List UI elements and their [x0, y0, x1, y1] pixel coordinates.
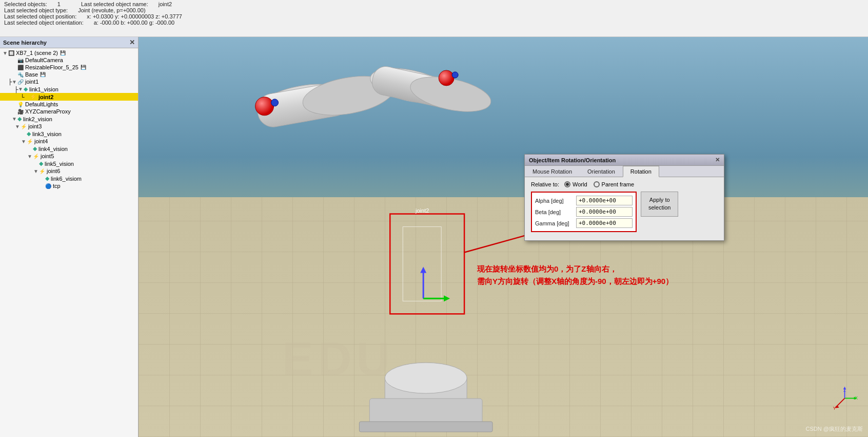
svg-point-7 — [271, 99, 279, 106]
scene-icon: 🔲 — [8, 50, 14, 56]
tree-item-joint3[interactable]: ▼ ⚡ joint3 — [0, 123, 138, 130]
joint-icon: 🔗 — [17, 79, 24, 85]
tree-item-link1[interactable]: ├ ▼ ◆ link1_vision — [0, 85, 138, 93]
apply-line2: selection — [648, 204, 670, 211]
svg-point-5 — [407, 71, 494, 118]
joint2-icon: ⚡ — [30, 93, 37, 100]
info-row-2: Last selected object type: Joint (revolu… — [4, 7, 864, 13]
svg-text:Z: Z — [843, 388, 846, 393]
svg-text:Y: Y — [833, 406, 836, 411]
tree-item-link2[interactable]: ▼ ◆ link2_vision — [0, 115, 138, 123]
relative-to-label: Relative to: — [531, 181, 559, 187]
lights-icon: 💡 — [17, 102, 24, 107]
beta-input[interactable] — [576, 207, 633, 217]
annotation-line1: 现在旋转坐标数值均为0，为了Z轴向右， — [477, 263, 673, 275]
tree-label: link5_vision — [45, 161, 74, 167]
dialog-close-button[interactable]: ✕ — [715, 157, 720, 163]
link4-icon: ◆ — [33, 145, 37, 152]
expand-icon[interactable]: ▼ — [14, 124, 21, 129]
expand-icon[interactable]: ▼ — [11, 116, 17, 122]
tab-rotation[interactable]: Rotation — [623, 166, 659, 177]
dialog-tabs: Mouse Rotation Orientation Rotation — [525, 166, 724, 177]
tree-item-link4[interactable]: ◆ link4_vision — [0, 145, 138, 153]
expand-icon[interactable]: ▼ — [27, 154, 33, 159]
gamma-input[interactable] — [576, 218, 633, 228]
tree-label: joint4 — [34, 138, 48, 144]
rotation-dialog: Object/Item Rotation/Orientation ✕ Mouse… — [524, 154, 724, 241]
tree-item-base[interactable]: 🔩 Base 💾 — [0, 71, 138, 78]
dialog-footer: Apply to selection — [641, 192, 678, 217]
expand-icon[interactable]: ▼ — [33, 168, 39, 174]
tree-label: link3_vision — [32, 131, 62, 137]
svg-point-2 — [300, 70, 397, 121]
tree-item-link5[interactable]: ◆ link5_vision — [0, 160, 138, 167]
radio-parent-dot — [594, 181, 600, 187]
tree-item-camera[interactable]: 📷 DefaultCamera — [0, 56, 138, 64]
expand-icon[interactable]: ▼ — [2, 50, 8, 56]
viewport[interactable]: joint2 — [139, 37, 868, 437]
scene-panel: Scene hierarchy ✕ ▼ 🔲 XB7_1 (scene 2) 💾 … — [0, 37, 139, 437]
last-ori-value: a: -000.00 b: +000.00 g: -000.00 — [94, 20, 175, 26]
tree-item-joint4[interactable]: ▼ ⚡ joint4 — [0, 138, 138, 145]
tree-item-proxy[interactable]: 🎥 XYZCameraProxy — [0, 108, 138, 115]
svg-rect-4 — [370, 64, 456, 109]
alpha-input[interactable] — [576, 196, 633, 205]
main-container: Selected objects: 1 Last selected object… — [0, 0, 868, 437]
tree-item-lights[interactable]: 💡 DefaultLights — [0, 101, 138, 108]
dialog-title-text: Object/Item Rotation/Orientation — [529, 157, 616, 163]
tab-orientation[interactable]: Orientation — [580, 166, 623, 177]
tree-label: joint2 — [38, 94, 53, 100]
radio-parent[interactable]: Parent frame — [594, 181, 635, 187]
edu-watermark: EDU — [282, 333, 395, 386]
last-name-label: Last selected object name: — [81, 1, 148, 7]
apply-selection-button[interactable]: Apply to selection — [641, 192, 678, 217]
tree-label: link4_vision — [38, 146, 68, 152]
radio-world[interactable]: World — [564, 181, 587, 187]
tree-label: tcp — [53, 183, 61, 189]
tree-label: joint1 — [25, 79, 38, 85]
tree-item-tcp[interactable]: 🔵 tcp — [0, 182, 138, 189]
radio-world-dot — [564, 181, 570, 187]
last-type-label: Last selected object type: — [4, 7, 68, 13]
expand-icon[interactable]: ▼ — [11, 79, 17, 85]
tree-item-link3[interactable]: ◆ link3_vision — [0, 130, 138, 138]
panel-header: Scene hierarchy ✕ — [0, 37, 138, 48]
panel-title: Scene hierarchy — [3, 40, 47, 46]
tab-mouse-rotation[interactable]: Mouse Rotation — [525, 166, 580, 177]
close-icon[interactable]: ✕ — [129, 39, 135, 46]
link6-icon: ◆ — [45, 175, 49, 182]
annotation-text: 现在旋转坐标数值均为0，为了Z轴向右， 需向Y方向旋转（调整X轴的角度为-90，… — [477, 263, 673, 288]
apply-line1: Apply to — [649, 197, 670, 203]
tree-item-joint2[interactable]: └ ⚡ joint2 — [0, 93, 138, 101]
last-pos-value: x: +0.0300 y: +0.00000003 z: +0.3777 — [87, 13, 182, 20]
last-ori-label: Last selected object orientation: — [4, 20, 84, 26]
last-type-value: Joint (revolute, p=+000.00) — [78, 7, 145, 13]
info-row-1: Selected objects: 1 Last selected object… — [4, 1, 864, 7]
tree-item-floor[interactable]: ⬛ ResizableFloor_5_25 💾 — [0, 64, 138, 71]
radio-world-label: World — [573, 181, 587, 187]
tcp-icon: 🔵 — [45, 183, 51, 189]
svg-point-9 — [452, 72, 458, 78]
tree-item-link6[interactable]: ◆ link6_visiom — [0, 175, 138, 182]
dialog-title-bar[interactable]: Object/Item Rotation/Orientation ✕ — [525, 155, 724, 166]
tree-label: link6_visiom — [51, 176, 82, 182]
tree-item-xb7[interactable]: ▼ 🔲 XB7_1 (scene 2) 💾 — [0, 49, 138, 56]
link2-icon: ◆ — [17, 116, 22, 122]
tree-label: XB7_1 (scene 2) — [16, 50, 58, 56]
svg-point-3 — [367, 62, 454, 109]
info-row-4: Last selected object orientation: a: -00… — [4, 20, 864, 26]
content-area: Scene hierarchy ✕ ▼ 🔲 XB7_1 (scene 2) 💾 … — [0, 37, 868, 437]
tree-item-joint1[interactable]: ├ ▼ 🔗 joint1 — [0, 78, 138, 85]
expand-icon[interactable]: ▼ — [17, 86, 24, 92]
tree-content: ▼ 🔲 XB7_1 (scene 2) 💾 📷 DefaultCamera — [0, 48, 138, 437]
tree-label: link2_vision — [23, 116, 52, 122]
tree-item-joint6[interactable]: ▼ ⚡ joint6 — [0, 167, 138, 175]
relative-to-row: Relative to: World Parent frame — [531, 181, 718, 187]
link3-icon: ◆ — [27, 130, 31, 137]
joint3-icon: ⚡ — [21, 124, 27, 129]
tree-item-joint5[interactable]: ▼ ⚡ joint5 — [0, 153, 138, 160]
expand-icon[interactable]: ▼ — [21, 139, 27, 144]
svg-text:X: X — [855, 396, 858, 401]
joint6-icon: ⚡ — [39, 168, 45, 174]
tree-label: Base — [25, 71, 38, 78]
